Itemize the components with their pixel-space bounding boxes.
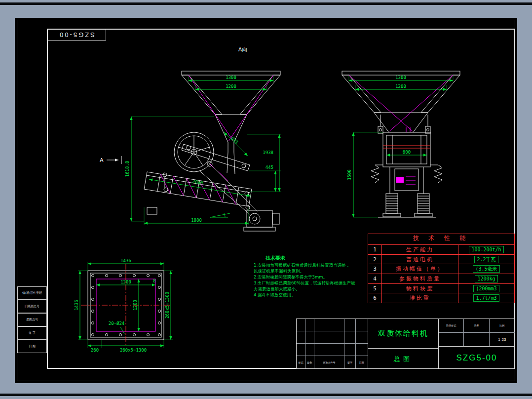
row-name: 普通电机 [382,255,458,264]
product-name: 双质体给料机 [368,319,438,349]
title-block: 标记 处数 更改文件号 签字 日期 双质体给料机 总图 阶段标记 质量 比例 1… [296,319,515,369]
titleblock-cell [344,331,356,344]
titleblock-label: 日期 [356,356,368,368]
titleblock-label: 更改文件号 [314,356,344,368]
title-block-drawing-number: SZG5-00 [439,347,515,369]
titleblock-cell [464,333,489,347]
row-value-cell: 1200kg [458,274,514,283]
drawing-number-corner-box: SZG5-00 [47,29,106,40]
drawing-sheet: A向 1300 1200 [15,18,517,383]
performance-table-title: 技 术 性 能 [368,234,514,245]
row-number: 1 [368,245,382,254]
titleblock-label: 质量 [464,319,489,333]
window-top-edge [0,2,532,5]
table-row: 2 普通电机 2.2千瓦 [368,255,514,265]
title-block-stage-grid: 阶段标记 质量 比例 1-23 [439,319,515,347]
row-name: 物料块度 [382,284,458,293]
border-block-master-no: 底图总号 [17,313,47,326]
titleblock-cell [314,344,344,356]
titleblock-cell [297,344,305,356]
row-name: 生产能力 [382,245,458,254]
row-name: 堆比重 [382,293,458,303]
titleblock-cell [344,344,356,356]
corner-drawing-number: SZG5-00 [58,31,95,39]
titleblock-label: 处数 [305,356,314,368]
scale-value: 1-23 [490,333,515,347]
performance-table: 技 术 性 能 1 生产能力 100-200t/h 2 普通电机 2.2千瓦 3… [368,234,515,303]
titleblock-cell [297,331,305,344]
row-number: 5 [368,284,382,293]
titleblock-cell [305,331,314,344]
table-row: 4 参振物料质量 1200kg [368,274,514,284]
titleblock-cell [314,331,344,344]
titleblock-label: 标记 [297,356,305,368]
row-name: 振动幅值（单） [382,264,458,274]
table-row: 1 生产能力 100-200t/h [368,245,514,255]
border-block-signature: 签 字 [17,326,47,340]
row-value-cell: 2.2千瓦 [458,255,514,264]
row-number: 6 [368,293,382,303]
titleblock-label: 签字 [344,356,356,368]
row-number: 2 [368,255,382,264]
row-value: 1.7t/m3 [473,294,499,302]
sheet-name: 总图 [368,349,438,369]
titleblock-cell [314,319,344,331]
row-number: 4 [368,274,382,283]
border-block-date: 日 期 [17,340,47,353]
row-value-cell: 1.7t/m3 [458,293,514,303]
titleblock-cell [305,344,314,356]
titleblock-cell [356,331,368,344]
row-value-cell: 100-200t/h [458,245,514,254]
titleblock-cell [344,319,356,331]
titleblock-cell [356,344,368,356]
row-value: (200mm3 [473,285,499,292]
table-row: 5 物料块度 (200mm3 [368,284,514,294]
row-name: 参振物料质量 [382,274,458,283]
row-number: 3 [368,264,382,274]
row-value: 1200kg [475,275,497,282]
titleblock-label: 阶段标记 [439,319,464,333]
table-row: 3 振动幅值（单） (3.5毫米 [368,264,514,274]
window-bottom-edge [0,394,532,396]
border-block-reuse-record: 借(通)用件登记 [17,286,47,300]
border-block-old-master-no: 旧底图总号 [17,300,47,313]
cad-viewer-background: A向 1300 1200 [0,0,532,399]
row-value-cell: (3.5毫米 [458,264,514,274]
title-block-name-area: 双质体给料机 总图 [368,319,439,368]
titleblock-cell [297,319,305,331]
row-value-cell: (200mm3 [458,284,514,293]
titleblock-cell [356,319,368,331]
title-block-right-area: 阶段标记 质量 比例 1-23 SZG5-00 [439,319,515,368]
titleblock-cell [305,319,314,331]
row-value: 100-200t/h [469,246,503,253]
titleblock-label: 比例 [490,319,515,333]
border-frame-inner [47,29,515,369]
row-value: (3.5毫米 [473,265,499,273]
titleblock-cell [439,333,464,347]
table-row: 6 堆比重 1.7t/m3 [368,293,514,303]
row-value: 2.2千瓦 [474,256,498,263]
title-block-revision-grid: 标记 处数 更改文件号 签字 日期 [297,319,368,368]
